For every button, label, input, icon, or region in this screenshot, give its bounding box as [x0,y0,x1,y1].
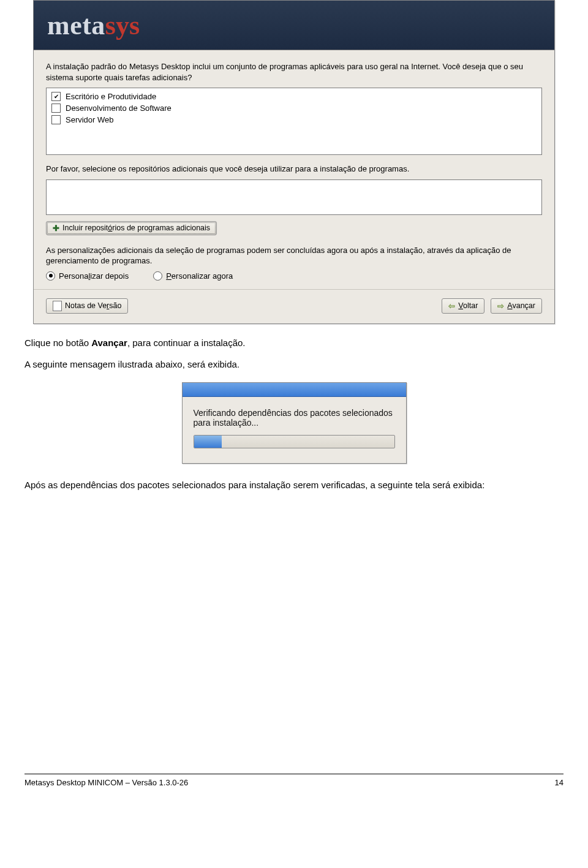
document-icon [53,301,62,311]
checkbox-icon[interactable] [51,115,61,124]
checkbox-icon[interactable] [51,104,61,113]
doc-line1b: Avançar [91,338,127,348]
logo-meta: meta [47,10,105,41]
add-repo-label-post: rios de programas adicionais [112,224,210,232]
customize-radios: Personalizar depois Personalizar agora [46,271,542,281]
installer-footer: Notas de Versão ⇦ Voltar ⇨ Avançar [34,289,554,323]
next-post: vançar [512,301,535,310]
radio-icon[interactable] [46,271,55,281]
back-post: oltar [463,301,478,310]
repo-list[interactable] [46,179,542,215]
radio-now[interactable]: Personalizar agora [153,271,233,281]
customize-text: As personalizações adicionais da seleção… [46,245,542,266]
back-u: V [458,301,463,310]
doc-line1c: , para continuar a instalação. [127,338,246,348]
radio-now-u: P [166,271,172,281]
progress-text: Verificando dependências dos pacotes sel… [194,408,395,428]
release-notes-button[interactable]: Notas de Versão [46,298,128,314]
progress-dialog: Verificando dependências dos pacotes sel… [182,382,407,464]
task-item-servidor[interactable]: Servidor Web [50,114,538,126]
add-repo-button[interactable]: ✚ Incluir repositórios de programas adic… [46,221,217,235]
progress-fill [194,436,222,448]
doc-line-3: Após as dependências dos pacotes selecio… [24,478,564,492]
doc-line1a: Clique no botão [24,338,91,348]
notes-pre: Notas de Ve [65,301,107,310]
plus-icon: ✚ [53,224,59,233]
repo-text: Por favor, selecione os repositórios adi… [46,164,542,175]
progress-bar [194,435,395,448]
next-button[interactable]: ⇨ Avançar [491,298,542,314]
notes-post: são [109,301,121,310]
page-footer: Metasys Desktop MINICOM – Versão 1.3.0-2… [24,774,564,787]
add-repo-label-pre: Incluir reposit [62,224,108,232]
logo-sys: sys [105,10,140,41]
doc-line-2: A seguinte mensagem ilustrada abaixo, se… [24,358,564,371]
task-label: Servidor Web [66,115,114,124]
radio-icon[interactable] [153,271,162,281]
arrow-right-icon: ⇨ [497,301,504,311]
checkbox-icon[interactable]: ✔ [51,92,61,101]
radio-later-pre: Persona [59,271,88,281]
radio-later[interactable]: Personalizar depois [46,271,129,281]
intro-text: A instalação padrão do Metasys Desktop i… [46,61,542,83]
footer-left: Metasys Desktop MINICOM – Versão 1.3.0-2… [24,778,188,787]
doc-line-1: Clique no botão Avançar, para continuar … [24,336,564,350]
footer-page-number: 14 [555,778,564,787]
arrow-left-icon: ⇦ [448,301,455,311]
installer-header: metasys [34,1,554,50]
task-label: Desenvolvimento de Software [66,104,172,113]
radio-later-post: izar depois [90,271,129,281]
task-label: Escritório e Produtividade [66,92,156,101]
radio-now-post: ersonalizar agora [172,271,233,281]
installer-window: metasys A instalação padrão do Metasys D… [33,0,555,324]
task-item-escritorio[interactable]: ✔ Escritório e Produtividade [50,91,538,102]
back-button[interactable]: ⇦ Voltar [442,298,484,314]
task-item-desenvolvimento[interactable]: Desenvolvimento de Software [50,102,538,114]
task-list[interactable]: ✔ Escritório e Produtividade Desenvolvim… [46,88,542,155]
progress-titlebar [183,383,406,397]
